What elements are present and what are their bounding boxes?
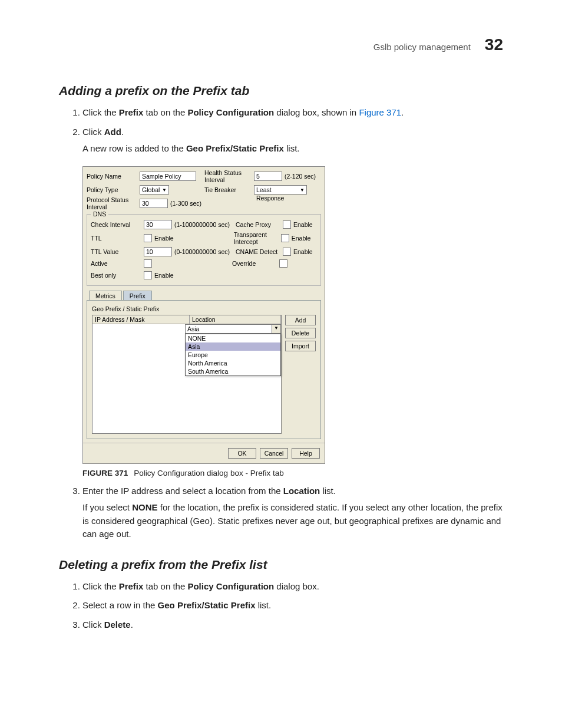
policy-type-select[interactable]: Global bbox=[140, 185, 169, 195]
prefix-panel-title: Geo Prefix / Static Prefix bbox=[92, 305, 316, 312]
best-only-label: Best only bbox=[91, 272, 144, 279]
hsi-input[interactable]: 5 bbox=[254, 172, 282, 181]
delete-button[interactable]: Delete bbox=[285, 328, 316, 338]
dns-legend: DNS bbox=[91, 210, 108, 218]
prefix-table[interactable]: IP Address / Mask Location Asia ▼ NONE bbox=[92, 315, 282, 434]
psi-input[interactable]: 30 bbox=[140, 199, 168, 208]
tiebreaker-label: Tie Breaker bbox=[204, 186, 254, 193]
policy-type-label: Policy Type bbox=[87, 186, 140, 193]
cancel-button[interactable]: Cancel bbox=[260, 448, 288, 459]
running-header-number: 32 bbox=[485, 35, 503, 54]
add-steps-list: Click the Prefix tab on the Policy Confi… bbox=[59, 106, 503, 156]
check-interval-label: Check Interval bbox=[91, 221, 144, 228]
location-option-sa[interactable]: South America bbox=[186, 367, 280, 375]
check-interval-input[interactable]: 30 bbox=[144, 220, 172, 229]
active-label: Active bbox=[91, 260, 144, 267]
location-option-asia[interactable]: Asia bbox=[186, 342, 280, 351]
ttl-value-input[interactable]: 10 bbox=[144, 247, 172, 256]
location-cell-value[interactable]: Asia bbox=[185, 324, 272, 334]
ttl-label: TTL bbox=[91, 235, 144, 242]
psi-label: Protocol Status Interval bbox=[87, 196, 140, 210]
figure-caption: FIGURE 371Policy Configuration dialog bo… bbox=[82, 469, 503, 477]
figure-371-link[interactable]: Figure 371 bbox=[359, 107, 401, 117]
ttl-value-label: TTL Value bbox=[91, 248, 144, 255]
col-ip[interactable]: IP Address / Mask bbox=[92, 315, 190, 324]
tab-prefix[interactable]: Prefix bbox=[123, 291, 152, 300]
add-step-3: Enter the IP address and select a locati… bbox=[82, 485, 503, 541]
cache-proxy-enable: Enable bbox=[293, 221, 313, 228]
add-step-3-sub: If you select NONE for the location, the… bbox=[82, 501, 503, 541]
col-location[interactable]: Location bbox=[190, 315, 281, 324]
delete-step-1: Click the Prefix tab on the Policy Confi… bbox=[82, 580, 503, 594]
delete-step-2: Select a row in the Geo Prefix/Static Pr… bbox=[82, 599, 503, 612]
cname-detect-label: CNAME Detect bbox=[236, 248, 283, 255]
location-option-na[interactable]: North America bbox=[186, 359, 280, 367]
location-option-europe[interactable]: Europe bbox=[186, 351, 280, 359]
add-step-1: Click the Prefix tab on the Policy Confi… bbox=[82, 106, 503, 120]
tabbar: Metrics Prefix bbox=[87, 291, 321, 301]
add-steps-list-cont: Enter the IP address and select a locati… bbox=[59, 485, 503, 541]
check-interval-unit: (1-1000000000 sec) bbox=[174, 221, 230, 228]
ttl-checkbox[interactable] bbox=[144, 234, 152, 242]
tab-metrics[interactable]: Metrics bbox=[89, 291, 122, 300]
add-step-2-sub: A new row is added to the Geo Prefix/Sta… bbox=[82, 142, 503, 156]
help-button[interactable]: Help bbox=[292, 448, 320, 459]
ok-button[interactable]: OK bbox=[228, 448, 256, 459]
figure-371: Policy Name Sample Policy Health Status … bbox=[82, 166, 503, 477]
psi-unit: (1-300 sec) bbox=[170, 200, 201, 207]
prefix-panel: Geo Prefix / Static Prefix IP Address / … bbox=[87, 301, 321, 439]
section-heading-add: Adding a prefix on the Prefix tab bbox=[59, 84, 503, 98]
hsi-unit: (2-120 sec) bbox=[285, 173, 316, 180]
active-checkbox[interactable] bbox=[144, 259, 152, 268]
ttl-enable: Enable bbox=[154, 235, 174, 242]
override-label: Override bbox=[232, 260, 279, 267]
delete-steps-list: Click the Prefix tab on the Policy Confi… bbox=[59, 580, 503, 632]
tiebreaker-select[interactable]: Least Response bbox=[254, 185, 307, 195]
cname-detect-checkbox[interactable] bbox=[283, 248, 291, 256]
trans-intercept-enable: Enable bbox=[292, 235, 311, 242]
trans-intercept-label: Transparent Intercept bbox=[234, 231, 281, 245]
section-heading-delete: Deleting a prefix from the Prefix list bbox=[59, 558, 503, 572]
cname-detect-enable: Enable bbox=[293, 248, 313, 255]
ttl-value-unit: (0-1000000000 sec) bbox=[174, 248, 230, 255]
best-only-checkbox[interactable] bbox=[144, 271, 152, 279]
trans-intercept-checkbox[interactable] bbox=[281, 234, 289, 242]
cache-proxy-label: Cache Proxy bbox=[236, 221, 283, 228]
hsi-label: Health Status Interval bbox=[204, 169, 254, 183]
add-button[interactable]: Add bbox=[285, 315, 316, 325]
dns-fieldset: DNS Check Interval 30 (1-1000000000 sec)… bbox=[87, 214, 321, 286]
policy-config-dialog: Policy Name Sample Policy Health Status … bbox=[82, 166, 325, 464]
add-step-2: Click Add. A new row is added to the Geo… bbox=[82, 126, 503, 156]
import-button[interactable]: Import bbox=[285, 341, 316, 351]
override-checkbox[interactable] bbox=[279, 259, 287, 268]
delete-step-3: Click Delete. bbox=[82, 618, 503, 632]
location-dropdown[interactable]: NONE Asia Europe North America South Ame… bbox=[185, 334, 281, 376]
chevron-down-icon[interactable]: ▼ bbox=[272, 324, 281, 334]
best-only-enable: Enable bbox=[154, 272, 174, 279]
running-header-title: Gslb policy management bbox=[373, 42, 471, 52]
cache-proxy-checkbox[interactable] bbox=[283, 220, 291, 229]
policy-name-input[interactable]: Sample Policy bbox=[140, 172, 196, 181]
policy-name-label: Policy Name bbox=[87, 173, 140, 180]
location-option-none[interactable]: NONE bbox=[186, 334, 280, 342]
